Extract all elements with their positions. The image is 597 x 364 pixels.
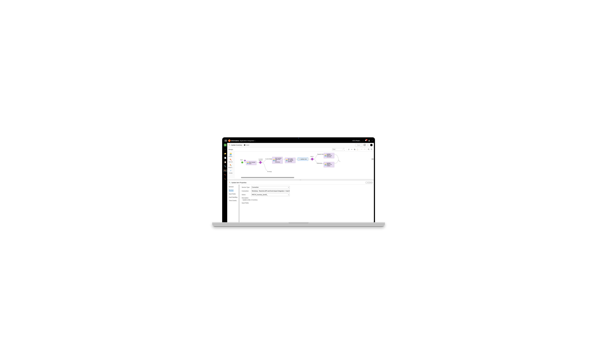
validation-status: Valid bbox=[244, 144, 249, 146]
svg-text:+: + bbox=[231, 170, 232, 171]
event-badge-icon[interactable]: ⊘ bbox=[244, 160, 246, 161]
redo-icon[interactable]: ↷ bbox=[364, 149, 366, 150]
svg-point-22 bbox=[230, 182, 230, 183]
connection-select[interactable]: Workshop - Real-time API and Event-based… bbox=[251, 190, 290, 192]
start-node[interactable] bbox=[241, 161, 243, 163]
help-icon[interactable]: ? bbox=[372, 140, 372, 141]
flow-canvas[interactable]: Start ⊘ Set Current Item Current Item?? bbox=[234, 152, 374, 178]
nav-process3-icon[interactable] bbox=[224, 178, 226, 180]
editor-tab-bar: Update Inventory Valid Save ⋮ bbox=[227, 143, 374, 147]
svg-rect-9 bbox=[354, 149, 355, 150]
node-update-success[interactable]: Update Status for Success bbox=[324, 153, 334, 159]
svg-point-14 bbox=[231, 160, 232, 160]
design-panel: Design |← ✂ 📋 bbox=[227, 147, 374, 179]
tab-general[interactable]: General bbox=[229, 186, 239, 188]
undo-icon[interactable]: ↶ bbox=[361, 149, 363, 150]
action-label: Action: bbox=[242, 194, 251, 196]
decision-current-item[interactable] bbox=[259, 161, 262, 164]
copy-icon[interactable] bbox=[354, 149, 356, 150]
palette-create[interactable]: + Create bbox=[227, 169, 234, 174]
svg-point-2 bbox=[225, 174, 225, 175]
nav-home-icon[interactable]: ⌂ bbox=[224, 148, 226, 151]
svg-point-6 bbox=[229, 144, 229, 145]
step-palette: Assign... Service Subpro... bbox=[227, 152, 234, 178]
svg-point-1 bbox=[225, 171, 226, 171]
action-select[interactable]: PATCH_inventory_itemID_ bbox=[251, 193, 290, 196]
app-switcher[interactable]: Application Integration⌄ bbox=[240, 140, 256, 141]
nav-new-button[interactable]: + bbox=[224, 144, 227, 146]
notification-badge: 1 bbox=[366, 139, 367, 141]
layout-full-icon[interactable] bbox=[366, 182, 368, 183]
svg-point-0 bbox=[224, 170, 225, 171]
more-menu-icon[interactable]: ⋮ bbox=[367, 144, 369, 146]
svg-point-21 bbox=[229, 182, 230, 182]
end-node[interactable] bbox=[372, 158, 373, 160]
properties-form: Service Type: Connection Connection: Wor… bbox=[239, 185, 374, 223]
svg-point-3 bbox=[225, 175, 226, 175]
branch-empty-label: Is empty bbox=[267, 171, 272, 172]
node-get-state[interactable]: Get Current state from the inventory bbox=[272, 157, 283, 164]
palette-service[interactable]: Service bbox=[227, 158, 234, 163]
description-value: Update entity in inventory bbox=[242, 199, 371, 201]
tab-timer-events[interactable]: Timer Events bbox=[229, 200, 239, 201]
palette-assignment[interactable]: Assign... bbox=[227, 152, 234, 158]
node-update-item[interactable]: Update Item bbox=[298, 158, 308, 161]
delete-icon[interactable] bbox=[348, 149, 350, 150]
tab-input-fields[interactable]: Input Fields bbox=[229, 193, 239, 195]
process-icon bbox=[228, 144, 230, 146]
svg-point-5 bbox=[225, 179, 226, 180]
nav-assets-icon[interactable]: 📄 bbox=[224, 157, 226, 159]
menu-icon[interactable] bbox=[225, 140, 227, 141]
node-set-value[interactable]: Set value for update quantity bbox=[285, 158, 296, 163]
decision-status-label: status bbox=[310, 156, 314, 157]
tab-title: Update Inventory bbox=[231, 144, 242, 146]
nav-doc-icon[interactable]: 📋 bbox=[224, 161, 226, 163]
nav-tools-icon[interactable]: 🔧 bbox=[224, 165, 226, 168]
svg-point-4 bbox=[225, 178, 225, 179]
tenant-switcher[interactable]: IICS iPaaS⌄ bbox=[353, 140, 361, 141]
notifications-icon[interactable]: 1 bbox=[365, 140, 367, 142]
nav-process-icon[interactable] bbox=[223, 169, 227, 172]
brand-name: Informatica bbox=[231, 140, 239, 141]
palette-subprocess[interactable]: Subpro... bbox=[227, 163, 234, 169]
process-icon bbox=[229, 182, 231, 183]
cut-icon[interactable]: ✂ bbox=[351, 149, 353, 150]
find-input[interactable] bbox=[332, 148, 343, 151]
tab-service[interactable]: Service bbox=[229, 189, 234, 191]
input-fields-section: Input Fields bbox=[242, 202, 371, 204]
validate-icon[interactable] bbox=[363, 144, 366, 146]
svg-point-19 bbox=[299, 159, 300, 159]
layout-split-h-icon[interactable] bbox=[370, 182, 372, 183]
branch-not-empty-label: Is not empty bbox=[266, 158, 272, 159]
connection-label: Connection: bbox=[242, 190, 251, 192]
branch-otherwise-label: Otherwise bbox=[317, 163, 322, 164]
user-icon[interactable] bbox=[368, 140, 370, 142]
svg-point-16 bbox=[231, 165, 232, 166]
branch-204-label: Equals 204 bbox=[317, 153, 323, 155]
svg-point-15 bbox=[230, 164, 231, 166]
design-label: Design bbox=[228, 149, 233, 150]
go-start-icon[interactable]: |← bbox=[344, 149, 346, 150]
stop-icon bbox=[244, 144, 245, 146]
description-label: Description bbox=[242, 197, 371, 199]
svg-point-7 bbox=[229, 145, 230, 146]
node-update-failure[interactable]: Update Status for Failure bbox=[324, 162, 334, 167]
node-set-current-item[interactable]: Set Current Item bbox=[246, 161, 256, 165]
service-type-select[interactable]: Connection bbox=[251, 186, 290, 189]
avatar[interactable] bbox=[370, 144, 373, 146]
tab-fault-handling[interactable]: Fault Handling bbox=[229, 197, 239, 198]
nav-process2-icon[interactable] bbox=[224, 174, 226, 176]
informatica-logo-icon bbox=[228, 139, 231, 142]
paste-icon[interactable]: 📋 bbox=[357, 149, 359, 150]
layout-split-v-icon[interactable] bbox=[368, 182, 370, 183]
save-button[interactable]: Save bbox=[355, 144, 362, 146]
properties-title: Update Item Properties bbox=[231, 182, 246, 183]
zoom-in-icon[interactable] bbox=[368, 149, 370, 150]
decision-status[interactable] bbox=[311, 158, 314, 160]
nav-explore-icon[interactable]: 📁 bbox=[224, 152, 226, 155]
horizontal-scrollbar[interactable] bbox=[241, 177, 294, 178]
left-nav: + ⌂ 📁 📄 📋 🔧 bbox=[223, 143, 227, 223]
zoom-out-icon[interactable] bbox=[371, 149, 373, 150]
svg-point-18 bbox=[299, 159, 299, 159]
panel-splitter[interactable]: ••• bbox=[227, 179, 374, 181]
